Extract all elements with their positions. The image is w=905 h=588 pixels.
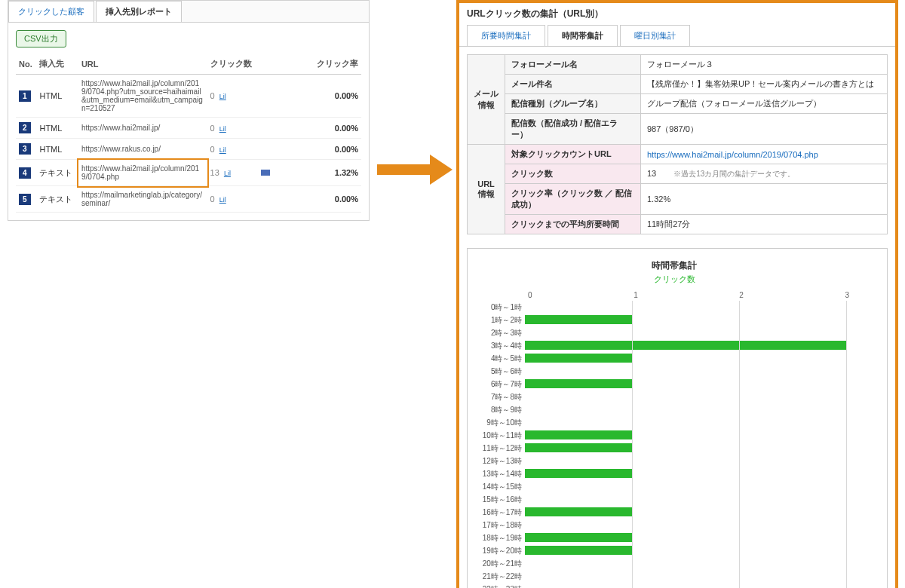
chart-row-label: 12時～13時 <box>477 456 525 467</box>
lbl-subject: メール件名 <box>505 75 641 94</box>
val-disttype: グループ配信（フォローメール送信グループ） <box>641 94 888 114</box>
chart-subtitle: クリック数 <box>477 274 872 285</box>
row-clicks: 0 Lil <box>207 118 258 139</box>
chart-row-label: 22時～23時 <box>477 584 525 589</box>
row-bar <box>258 118 311 139</box>
chart-icon[interactable]: Lil <box>219 125 226 133</box>
row-url: https://mailmarketinglab.jp/category/sem… <box>78 186 207 213</box>
chart-row-label: 17時～18時 <box>477 520 525 531</box>
chart-icon[interactable]: Lil <box>219 196 226 204</box>
tab-weekday[interactable]: 曜日別集計 <box>620 25 690 46</box>
chart-row-label: 6時～7時 <box>477 379 525 390</box>
chart-row: 2時～3時 <box>477 326 872 339</box>
hourly-chart: 時間帯集計 クリック数 0123 0時～1時1時～2時2時～3時3時～4時4時～… <box>467 248 888 588</box>
chart-bar <box>525 341 846 350</box>
chart-row: 13時～14時 <box>477 467 872 480</box>
col-clicks: クリック数 <box>207 54 258 75</box>
insertion-report-panel: クリックした顧客 挿入先別レポート CSV出力 No. 挿入先 URL クリック… <box>8 0 370 221</box>
val-distcount: 987（987/0） <box>641 114 888 145</box>
arrow-icon <box>377 151 456 188</box>
chart-track <box>525 493 846 506</box>
chart-track <box>525 378 846 390</box>
chart-row: 20時～21時 <box>477 557 872 570</box>
chart-row: 9時～10時 <box>477 416 872 429</box>
val-avgtime: 11時間27分 <box>641 215 888 234</box>
val-clickrate: 1.32% <box>641 184 888 215</box>
chart-track <box>525 403 846 416</box>
chart-row-label: 11時～12時 <box>477 443 525 454</box>
table-row[interactable]: 3HTMLhttps://www.rakus.co.jp/0 Lil0.00% <box>16 139 361 160</box>
clicks-note: ※過去13カ月間の集計データです。 <box>673 170 795 178</box>
chart-row-label: 20時～21時 <box>477 559 525 569</box>
chart-icon[interactable]: Lil <box>224 170 231 177</box>
chart-track <box>525 365 846 378</box>
row-bar <box>258 160 311 186</box>
chart-bar <box>525 315 632 324</box>
chart-bar <box>525 379 632 388</box>
axis-tick: 0 <box>528 291 532 299</box>
tab-time-required[interactable]: 所要時間集計 <box>467 25 545 46</box>
col-no: No. <box>16 54 36 75</box>
val-clicks: 13 ※過去13カ月間の集計データです。 <box>641 164 888 184</box>
chart-row: 22時～23時 <box>477 583 872 588</box>
table-row[interactable]: 1HTMLhttps://www.hai2mail.jp/column/2019… <box>16 75 361 118</box>
row-url: https://www.rakus.co.jp/ <box>78 139 207 160</box>
axis-tick: 1 <box>634 291 638 299</box>
chart-icon[interactable]: Lil <box>219 93 226 100</box>
val-followname: フォローメール３ <box>641 55 888 75</box>
info-table: メール 情報 フォローメール名 フォローメール３ メール件名 【残席僅か！】集客… <box>467 54 888 234</box>
chart-bar <box>525 507 632 516</box>
val-targeturl: https://www.hai2mail.jp/column/2019/0704… <box>641 145 888 164</box>
chart-track <box>525 314 846 326</box>
chart-track <box>525 339 846 352</box>
chart-track <box>525 467 846 480</box>
chart-row: 14時～15時 <box>477 480 872 493</box>
row-url: https://www.hai2mail.jp/column/2019/0704… <box>78 75 207 118</box>
row-url: https://www.hai2mail.jp/ <box>78 118 207 139</box>
chart-row-label: 0時～1時 <box>477 302 525 313</box>
csv-export-button[interactable]: CSV出力 <box>16 30 66 47</box>
table-row[interactable]: 5テキストhttps://mailmarketinglab.jp/categor… <box>16 186 361 213</box>
target-url-link[interactable]: https://www.hai2mail.jp/column/2019/0704… <box>647 150 818 159</box>
chart-track <box>525 301 846 314</box>
table-row[interactable]: 4テキストhttps://www.hai2mail.jp/column/2019… <box>16 160 361 186</box>
chart-bar <box>525 469 632 478</box>
chart-track <box>525 429 846 442</box>
lbl-avgtime: クリックまでの平均所要時間 <box>505 215 641 234</box>
row-num: 1 <box>19 90 31 102</box>
chart-row-label: 7時～8時 <box>477 392 525 403</box>
tab-insertion-report[interactable]: 挿入先別レポート <box>96 1 182 22</box>
chart-bar <box>525 430 632 439</box>
chart-row: 7時～8時 <box>477 390 872 403</box>
chart-row: 10時～11時 <box>477 429 872 442</box>
val-subject: 【残席僅か！】集客効果UP！セール案内メールの書き方とは <box>641 75 888 94</box>
chart-track <box>525 480 846 493</box>
row-rate: 0.00% <box>311 75 361 118</box>
chart-row: 4時～5時 <box>477 352 872 365</box>
tab-time-band[interactable]: 時間帯集計 <box>548 25 618 46</box>
row-clicks: 0 Lil <box>207 139 258 160</box>
chart-axis: 0123 <box>528 291 849 299</box>
col-bar <box>258 54 311 75</box>
chart-icon[interactable]: Lil <box>219 146 226 154</box>
row-num: 3 <box>19 143 31 155</box>
chart-row-label: 15時～16時 <box>477 495 525 505</box>
lbl-distcount: 配信数（配信成功 / 配信エラー） <box>505 114 641 145</box>
tab-clicked-customers[interactable]: クリックした顧客 <box>8 1 94 22</box>
chart-title: 時間帯集計 <box>477 259 872 272</box>
chart-row: 11時～12時 <box>477 442 872 455</box>
row-bar <box>258 75 311 118</box>
chart-track <box>525 531 846 544</box>
row-clicks: 0 Lil <box>207 186 258 213</box>
table-row[interactable]: 2HTMLhttps://www.hai2mail.jp/0 Lil0.00% <box>16 118 361 139</box>
chart-row-label: 18時～19時 <box>477 533 525 544</box>
chart-row-label: 13時～14時 <box>477 469 525 479</box>
chart-row: 17時～18時 <box>477 519 872 531</box>
col-dest: 挿入先 <box>36 54 78 75</box>
row-num: 2 <box>19 122 31 133</box>
chart-row-label: 4時～5時 <box>477 354 525 364</box>
chart-row-label: 16時～17時 <box>477 507 525 518</box>
chart-track <box>525 506 846 519</box>
row-num: 5 <box>19 194 31 205</box>
row-rate: 0.00% <box>311 186 361 213</box>
